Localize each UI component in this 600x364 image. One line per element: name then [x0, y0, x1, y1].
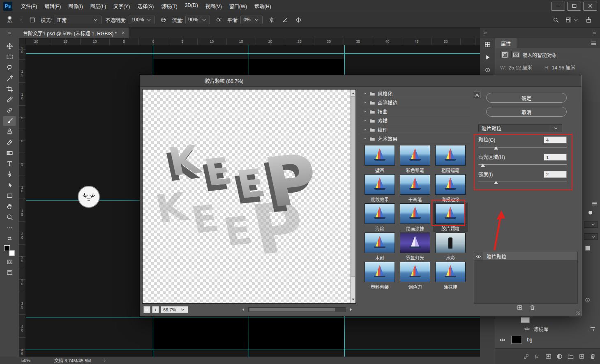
brush-angle-icon[interactable] [280, 15, 290, 25]
filter-category[interactable]: 风格化 [360, 89, 471, 98]
circle-panel-icon[interactable] [485, 67, 491, 73]
toolbar-collapse[interactable]: » [0, 28, 19, 38]
scrollbar-thumb[interactable] [351, 96, 355, 277]
more-tools-button[interactable] [3, 223, 16, 233]
smoothing-select[interactable]: 0% [240, 16, 263, 24]
document-tab[interactable]: 台阶文字1.psd @ 50% (未标题 1, RGB/8) * × [19, 28, 129, 38]
menu-item[interactable]: 图像(I) [65, 0, 86, 12]
smart-filter-row[interactable]: 滤镜库 [495, 325, 600, 333]
workspace-switcher[interactable] [565, 17, 579, 23]
filter-thumbnail[interactable]: 海报边缘 [433, 173, 468, 203]
hand-tool[interactable] [3, 201, 16, 211]
eraser-tool[interactable] [3, 137, 16, 147]
dock-collapse-icon[interactable]: » [593, 30, 596, 36]
cancel-button[interactable]: 取消 [486, 107, 567, 117]
scroll-up-icon[interactable] [350, 90, 356, 97]
minimize-button[interactable] [551, 2, 565, 11]
panel-menu-icon[interactable] [591, 40, 597, 46]
filter-preview[interactable]: KEEPKEEPKEEP [142, 89, 356, 304]
filter-thumbnail[interactable]: 壁画 [362, 144, 397, 173]
layer-style-icon[interactable]: fx [534, 353, 540, 359]
delete-effect-layer-button[interactable] [529, 304, 535, 311]
opacity-fragment[interactable] [584, 221, 598, 228]
gear-icon[interactable] [266, 15, 276, 25]
fill-fragment[interactable] [584, 233, 598, 240]
background-color-swatch[interactable] [9, 250, 15, 256]
scroll-down-icon[interactable] [350, 296, 356, 302]
maximize-button[interactable] [567, 2, 581, 11]
filter-thumbnail[interactable]: 彩色铅笔 [397, 144, 433, 173]
flow-select[interactable]: 90% [185, 16, 210, 24]
horizontal-scrollbar[interactable] [240, 306, 354, 313]
menu-item[interactable]: 文字(Y) [110, 0, 134, 12]
foreground-color-swatch[interactable] [4, 245, 10, 251]
effect-layer-row[interactable]: 胶片颗粒 [474, 252, 577, 261]
eye-icon[interactable] [524, 326, 530, 332]
tab-close-icon[interactable]: × [122, 30, 125, 36]
chevron-down-icon[interactable] [18, 15, 23, 25]
guide-line[interactable] [26, 318, 480, 318]
menu-item[interactable]: 3D(D) [181, 0, 202, 12]
eye-icon[interactable] [499, 337, 505, 343]
brush-tool[interactable] [3, 116, 16, 126]
status-chevron-icon[interactable]: › [104, 358, 106, 363]
filter-thumbnail[interactable]: 木刻 [362, 232, 397, 261]
ok-button[interactable]: 确定 [486, 93, 567, 103]
filter-thumbnail[interactable]: 调色刀 [397, 261, 433, 290]
layer-thumbnail[interactable] [521, 317, 530, 323]
menu-item[interactable]: 选择(S) [134, 0, 157, 12]
preview-zoom-select[interactable]: 66.7% [161, 306, 188, 313]
filter-category[interactable]: 纹理 [360, 125, 471, 134]
layer-row-bg[interactable]: bg [495, 334, 600, 346]
lasso-tool[interactable] [3, 62, 16, 72]
menu-item[interactable]: 滤镜(T) [157, 0, 181, 12]
symmetry-icon[interactable] [293, 15, 303, 25]
filter-category[interactable]: 画笔描边 [360, 98, 471, 107]
scroll-left-icon[interactable] [240, 306, 247, 313]
share-icon[interactable] [586, 17, 592, 23]
zoom-tool[interactable] [3, 212, 16, 222]
link-layers-icon[interactable] [523, 353, 529, 359]
menu-item[interactable]: 窗口(W) [226, 0, 251, 12]
eyedropper-tool[interactable] [3, 94, 16, 104]
healing-brush-tool[interactable] [3, 105, 16, 115]
filter-thumbnail[interactable]: 绘画涂抹 [397, 203, 433, 232]
vertical-scrollbar[interactable] [350, 90, 355, 303]
new-layer-icon[interactable] [579, 353, 585, 359]
horizontal-ruler[interactable]: 201510505101520253035404550 [26, 38, 480, 45]
filter-blend-icon[interactable] [590, 326, 596, 332]
height-field[interactable]: H:14.96 厘米 [545, 64, 575, 71]
adjustment-layer-icon[interactable] [556, 353, 563, 359]
add-mask-icon[interactable] [545, 353, 552, 359]
type-tool[interactable] [3, 159, 16, 168]
menu-item[interactable]: 帮助(H) [251, 0, 275, 12]
close-button[interactable] [583, 2, 597, 11]
panel-icon[interactable] [485, 41, 491, 48]
path-select-tool[interactable] [3, 180, 16, 190]
filter-category[interactable]: 素描 [360, 116, 471, 125]
opacity-select[interactable]: 100% [129, 16, 155, 24]
collapse-panel-button[interactable] [474, 92, 480, 98]
airbrush-icon[interactable] [214, 15, 224, 25]
scrollbar-thumb[interactable] [249, 308, 335, 311]
filter-thumbnail[interactable]: 干画笔 [397, 173, 433, 203]
adjustment-icon[interactable] [584, 297, 591, 303]
width-field[interactable]: W:25.12 厘米 [500, 64, 532, 71]
layer-row-partial[interactable] [495, 316, 600, 324]
menu-item[interactable]: 文件(F) [17, 0, 41, 12]
scroll-right-icon[interactable] [348, 306, 354, 313]
move-tool[interactable] [3, 41, 16, 51]
filter-thumbnail[interactable]: 粗糙蜡笔 [433, 144, 468, 173]
search-icon[interactable] [553, 17, 559, 23]
filter-thumbnail[interactable]: 涂抹棒 [433, 261, 468, 290]
new-group-icon[interactable] [568, 353, 574, 359]
new-effect-layer-button[interactable] [517, 304, 523, 311]
zoom-in-button[interactable]: + [152, 306, 159, 313]
filter-thumbnail[interactable]: 塑料包装 [362, 261, 397, 290]
dialog-title[interactable]: 胶片颗粒 (66.7%) [140, 75, 581, 87]
filter-thumbnail[interactable]: 霓虹灯光 [397, 232, 433, 261]
filter-category[interactable]: 扭曲 [360, 107, 471, 116]
blend-mode-select[interactable]: 正常 [54, 16, 102, 24]
panel-menu-icon[interactable] [591, 200, 598, 207]
zoom-level-field[interactable]: 50% [21, 358, 30, 363]
